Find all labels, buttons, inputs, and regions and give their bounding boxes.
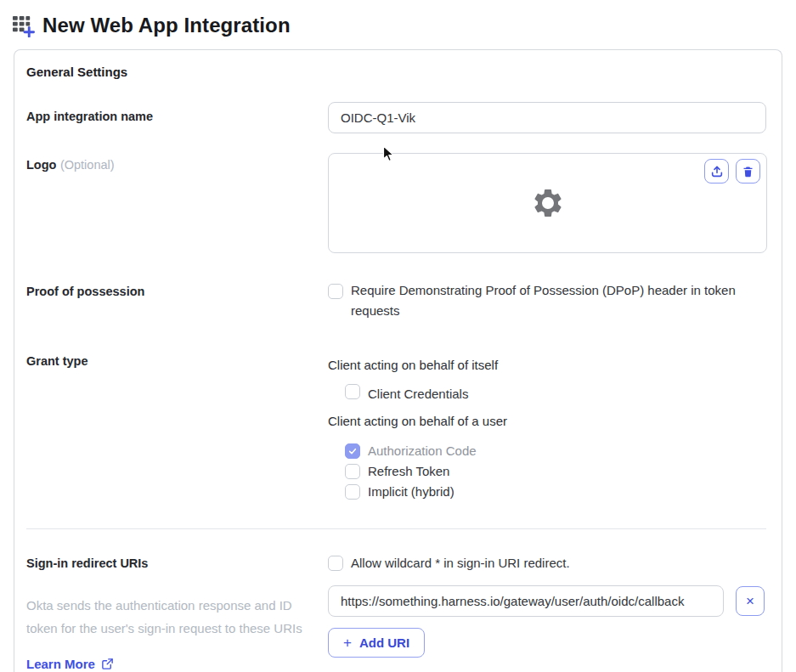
- add-uri-label: Add URI: [359, 635, 409, 650]
- refresh-token-label: Refresh Token: [368, 461, 449, 482]
- redirect-uris-row: Sign-in redirect URIs Okta sends the aut…: [26, 550, 766, 671]
- logo-label: Logo: [26, 158, 56, 172]
- authorization-code-checkbox: [345, 443, 360, 459]
- wildcard-checkbox[interactable]: [328, 556, 343, 571]
- mouse-cursor: [382, 145, 395, 163]
- proof-label: Proof of possession: [26, 285, 144, 298]
- delete-logo-button[interactable]: [736, 159, 760, 184]
- redirect-uri-input[interactable]: [328, 585, 724, 617]
- page-header: New Web App Integration: [0, 0, 796, 37]
- remove-uri-button[interactable]: ×: [736, 586, 765, 616]
- implicit-hybrid-label: Implicit (hybrid): [368, 482, 454, 502]
- add-uri-button[interactable]: + Add URI: [328, 628, 425, 658]
- dpop-checkbox-label: Require Demonstrating Proof of Possessio…: [351, 280, 742, 321]
- close-icon: ×: [746, 593, 754, 610]
- app-name-row: App integration name: [26, 102, 766, 133]
- app-grid-plus-icon: [12, 14, 35, 37]
- upload-logo-button[interactable]: [704, 159, 729, 184]
- app-name-label: App integration name: [26, 110, 153, 123]
- logo-row: Logo (Optional): [26, 153, 766, 253]
- external-link-icon: [101, 658, 114, 670]
- upload-icon: [710, 165, 724, 178]
- client-credentials-checkbox[interactable]: [345, 384, 360, 399]
- section-divider: [26, 528, 766, 529]
- dpop-checkbox[interactable]: [328, 284, 343, 299]
- wildcard-checkbox-label: Allow wildcard * in sign-in URI redirect…: [351, 556, 570, 571]
- learn-more-link[interactable]: Learn More: [26, 657, 114, 671]
- logo-dropzone[interactable]: [328, 153, 767, 253]
- implicit-hybrid-checkbox[interactable]: [345, 484, 360, 500]
- app-name-input[interactable]: [328, 102, 766, 133]
- trash-icon: [742, 165, 754, 178]
- plus-icon: +: [343, 635, 352, 652]
- grant-type-label: Grant type: [26, 354, 88, 368]
- learn-more-label: Learn More: [26, 657, 95, 671]
- grant-type-row: Grant type Client acting on behalf of it…: [26, 352, 766, 502]
- grant-group-self-heading: Client acting on behalf of itself: [328, 357, 766, 374]
- general-settings-card: General Settings App integration name Lo…: [14, 49, 782, 672]
- gear-icon: [531, 186, 565, 220]
- redirect-uris-help: Okta sends the authentication response a…: [26, 594, 302, 640]
- page-title: New Web App Integration: [42, 14, 291, 37]
- authorization-code-label: Authorization Code: [368, 441, 477, 461]
- check-icon: [347, 446, 358, 456]
- grant-group-user-heading: Client acting on behalf of a user: [328, 413, 766, 430]
- logo-optional-tag: (Optional): [60, 158, 115, 172]
- section-heading: General Settings: [26, 65, 766, 79]
- redirect-uris-label: Sign-in redirect URIs: [26, 556, 148, 570]
- client-credentials-label: Client Credentials: [368, 384, 468, 404]
- refresh-token-checkbox[interactable]: [345, 464, 360, 479]
- proof-of-possession-row: Proof of possession Require Demonstratin…: [26, 280, 766, 321]
